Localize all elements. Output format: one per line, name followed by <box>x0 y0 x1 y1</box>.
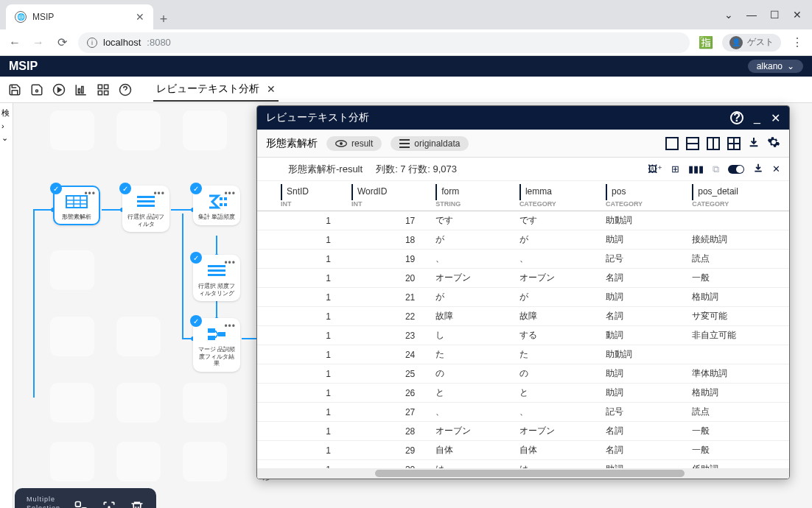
group-icon[interactable] <box>74 500 88 508</box>
url-input[interactable]: i localhost:8080 <box>78 32 690 53</box>
check-icon: ✓ <box>190 252 202 264</box>
save-icon[interactable] <box>6 81 24 99</box>
svg-rect-32 <box>208 336 215 340</box>
node-menu-icon[interactable]: ••• <box>153 188 165 199</box>
table-row[interactable]: 127、、記号読点 <box>257 403 789 422</box>
ghost-node <box>116 442 161 481</box>
chip-originaldata[interactable]: originaldata <box>391 136 469 151</box>
download-icon[interactable] <box>748 136 760 151</box>
column-header[interactable]: posCATEGORY <box>600 181 686 211</box>
layout-single-icon[interactable] <box>665 137 679 150</box>
node-merge-result[interactable]: ✓ ••• マージ 品詞頻度フィルタ結果 <box>193 318 240 372</box>
column-header[interactable]: WordIDINT <box>346 181 430 211</box>
cell-pos_detail: 一般 <box>686 269 789 288</box>
layout-cols-icon[interactable] <box>707 137 720 150</box>
back-button[interactable]: ← <box>7 36 22 49</box>
toggle-switch[interactable] <box>728 165 744 174</box>
gear-icon[interactable] <box>767 135 780 152</box>
close-table-icon[interactable]: ✕ <box>772 163 780 174</box>
table-row[interactable]: 120オーブンオーブン名詞一般 <box>257 269 789 288</box>
rail-collapse[interactable]: ⌄ <box>0 132 13 144</box>
search-stub[interactable]: 検 <box>0 106 13 120</box>
column-header[interactable]: formSTRING <box>430 181 514 211</box>
svg-rect-41 <box>399 147 410 148</box>
cell-WordID: 29 <box>346 441 430 460</box>
scrollbar-thumb[interactable] <box>375 470 685 477</box>
node-menu-icon[interactable]: ••• <box>224 258 236 268</box>
table-row[interactable]: 119、、記号読点 <box>257 250 789 269</box>
close-window-icon[interactable]: ✕ <box>793 9 802 21</box>
svg-rect-26 <box>220 203 223 206</box>
table-row[interactable]: 118がが助詞接続助詞 <box>257 230 789 250</box>
table-row[interactable]: 126とと助詞格助詞 <box>257 384 789 403</box>
node-menu-icon[interactable]: ••• <box>224 188 236 199</box>
close-tab-icon[interactable]: ✕ <box>136 11 144 23</box>
close-panel-icon[interactable]: ✕ <box>771 111 780 125</box>
run-icon[interactable] <box>50 81 68 99</box>
chevron-down-icon[interactable]: ⌄ <box>724 9 733 21</box>
columns-icon[interactable]: ▮▮▮ <box>688 163 704 174</box>
minimize-icon[interactable]: — <box>746 9 757 21</box>
help-icon[interactable] <box>116 81 134 99</box>
profile-chip[interactable]: 👤 ゲスト <box>722 34 781 52</box>
delete-icon[interactable] <box>130 500 144 508</box>
panel-titlebar[interactable]: レビューテキスト分析 ? _ ✕ <box>257 106 789 130</box>
node-label: 行選択 品詞フィルタ <box>127 214 165 227</box>
kebab-menu-icon[interactable]: ⋮ <box>790 35 805 49</box>
table-header-bar: 形態素解析-result 列数: 7 行数: 9,073 🖼⁺ ⊞ ▮▮▮ ⧉ … <box>257 158 789 181</box>
minimize-panel-icon[interactable]: _ <box>754 111 760 124</box>
rail-expand[interactable]: › <box>0 120 13 132</box>
site-info-icon[interactable]: i <box>87 38 97 48</box>
cell-pos: 助動詞 <box>600 211 686 230</box>
save-as-icon[interactable] <box>28 81 46 99</box>
table-row[interactable]: 124たた助動詞 <box>257 345 789 364</box>
help-icon[interactable]: ? <box>730 111 743 124</box>
workspace-tab[interactable]: レビューテキスト分析 ✕ <box>153 78 279 102</box>
copy-icon[interactable]: ⧉ <box>713 163 719 175</box>
cell-SntID: 1 <box>275 384 346 403</box>
reload-button[interactable]: ⟳ <box>55 35 69 49</box>
cell-form: が <box>430 230 514 250</box>
svg-rect-7 <box>105 91 108 94</box>
node-menu-icon[interactable]: ••• <box>84 188 96 199</box>
node-aggregate-wordfreq[interactable]: ✓ ••• 集計 単語頻度 <box>193 186 240 225</box>
table-row[interactable]: 122故障故障名詞サ変可能 <box>257 307 789 326</box>
cell-lemma: 故障 <box>514 307 600 326</box>
node-row-filter-pos[interactable]: ✓ ••• 行選択 品詞フィルタ <box>122 186 169 232</box>
column-header[interactable]: SntIDINT <box>275 181 346 211</box>
table-scroll[interactable]: SntIDINTWordIDINTformSTRINGlemmaCATEGORY… <box>257 181 789 468</box>
table-row[interactable]: 123しする動詞非自立可能 <box>257 326 789 345</box>
download-icon[interactable] <box>753 163 763 175</box>
node-menu-icon[interactable]: ••• <box>224 321 236 331</box>
layout-rows-icon[interactable] <box>686 137 699 150</box>
browser-tab[interactable]: 🌐 MSIP ✕ <box>6 4 153 29</box>
cell-pos: 助動詞 <box>600 345 686 364</box>
close-workspace-icon[interactable]: ✕ <box>267 83 276 95</box>
horizontal-scrollbar[interactable] <box>257 468 789 479</box>
chip-result[interactable]: result <box>326 136 382 151</box>
grid-icon[interactable] <box>94 81 112 99</box>
chart-icon[interactable] <box>72 81 90 99</box>
cell-WordID: 21 <box>346 288 430 307</box>
node-label: 行選択 頻度フィルタリング <box>197 283 236 297</box>
table-row[interactable]: 130はは助詞係助詞 <box>257 460 789 469</box>
table-row[interactable]: 121がが助詞格助詞 <box>257 288 789 307</box>
add-column-icon[interactable]: ⊞ <box>671 163 679 174</box>
new-tab-button[interactable]: + <box>153 9 174 29</box>
column-header[interactable]: pos_detailCATEGORY <box>686 181 789 211</box>
node-row-filter-freq[interactable]: ✓ ••• 行選択 頻度フィルタリング <box>193 255 240 301</box>
table-row[interactable]: 117ですです助動詞 <box>257 211 789 230</box>
column-header[interactable]: lemmaCATEGORY <box>514 181 600 211</box>
table-row[interactable]: 128オーブンオーブン名詞一般 <box>257 422 789 441</box>
table-row[interactable]: 125のの助詞準体助詞 <box>257 364 789 384</box>
add-image-icon[interactable]: 🖼⁺ <box>648 163 662 174</box>
maximize-icon[interactable]: ☐ <box>770 9 780 21</box>
layout-grid-icon[interactable] <box>727 137 741 150</box>
expand-selection-icon[interactable] <box>102 500 116 508</box>
forward-button[interactable]: → <box>31 36 46 49</box>
table-name: 形態素解析-result <box>288 163 363 176</box>
node-morphological-analysis[interactable]: ✓ ••• 形態素解析 <box>53 186 100 225</box>
alkano-badge[interactable]: alkano ⌄ <box>748 60 803 73</box>
table-row[interactable]: 129自体自体名詞一般 <box>257 441 789 460</box>
translate-icon[interactable]: 🈯 <box>699 35 713 49</box>
